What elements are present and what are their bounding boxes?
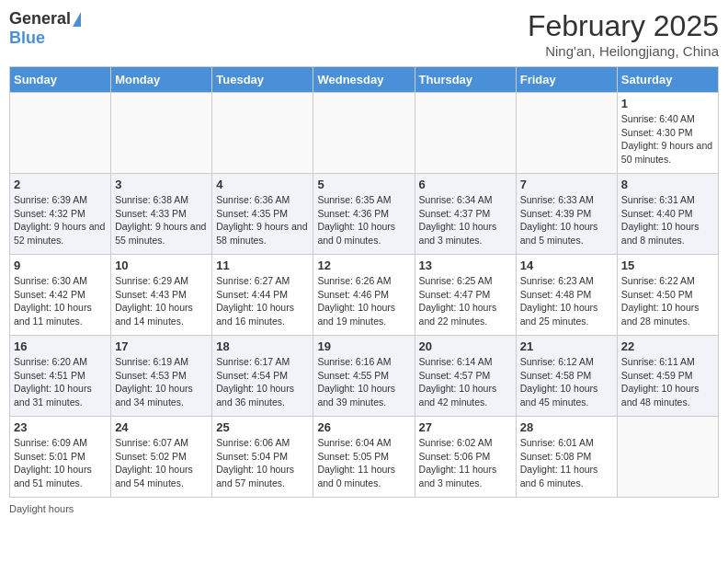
calendar-cell: 8Sunrise: 6:31 AM Sunset: 4:40 PM Daylig… [617, 174, 718, 255]
day-info: Sunrise: 6:20 AM Sunset: 4:51 PM Dayligh… [14, 355, 107, 409]
day-number: 26 [317, 420, 410, 434]
day-info: Sunrise: 6:31 AM Sunset: 4:40 PM Dayligh… [621, 193, 714, 247]
day-info: Sunrise: 6:36 AM Sunset: 4:35 PM Dayligh… [216, 193, 309, 247]
day-info: Sunrise: 6:22 AM Sunset: 4:50 PM Dayligh… [621, 274, 714, 328]
day-number: 9 [14, 259, 107, 272]
day-number: 3 [115, 178, 208, 191]
day-number: 27 [419, 420, 512, 434]
day-number: 18 [216, 339, 309, 353]
calendar-cell: 10Sunrise: 6:29 AM Sunset: 4:43 PM Dayli… [111, 255, 212, 336]
day-info: Sunrise: 6:23 AM Sunset: 4:48 PM Dayligh… [520, 274, 613, 328]
day-number: 8 [621, 178, 714, 191]
day-info: Sunrise: 6:27 AM Sunset: 4:44 PM Dayligh… [216, 274, 309, 328]
calendar-cell: 23Sunrise: 6:09 AM Sunset: 5:01 PM Dayli… [10, 417, 111, 498]
calendar-cell: 28Sunrise: 6:01 AM Sunset: 5:08 PM Dayli… [516, 417, 617, 498]
calendar-cell [212, 93, 313, 174]
day-info: Sunrise: 6:33 AM Sunset: 4:39 PM Dayligh… [520, 193, 613, 247]
day-info: Sunrise: 6:34 AM Sunset: 4:37 PM Dayligh… [419, 193, 512, 247]
day-info: Sunrise: 6:09 AM Sunset: 5:01 PM Dayligh… [14, 436, 107, 490]
calendar-cell: 16Sunrise: 6:20 AM Sunset: 4:51 PM Dayli… [10, 336, 111, 417]
calendar-cell: 24Sunrise: 6:07 AM Sunset: 5:02 PM Dayli… [111, 417, 212, 498]
calendar-cell: 4Sunrise: 6:36 AM Sunset: 4:35 PM Daylig… [212, 174, 313, 255]
day-number: 5 [317, 178, 410, 191]
day-number: 7 [520, 178, 613, 191]
day-info: Sunrise: 6:38 AM Sunset: 4:33 PM Dayligh… [115, 193, 208, 247]
day-info: Sunrise: 6:06 AM Sunset: 5:04 PM Dayligh… [216, 436, 309, 490]
day-number: 20 [419, 339, 512, 353]
day-info: Sunrise: 6:29 AM Sunset: 4:43 PM Dayligh… [115, 274, 208, 328]
calendar-cell: 7Sunrise: 6:33 AM Sunset: 4:39 PM Daylig… [516, 174, 617, 255]
calendar-cell: 15Sunrise: 6:22 AM Sunset: 4:50 PM Dayli… [617, 255, 718, 336]
day-info: Sunrise: 6:01 AM Sunset: 5:08 PM Dayligh… [520, 436, 613, 490]
calendar-cell: 5Sunrise: 6:35 AM Sunset: 4:36 PM Daylig… [313, 174, 415, 255]
day-info: Sunrise: 6:11 AM Sunset: 4:59 PM Dayligh… [621, 355, 714, 409]
top-section: General Blue February 2025 Ning'an, Heil… [9, 9, 719, 59]
weekday-header: Tuesday [212, 67, 313, 93]
month-year: February 2025 [528, 9, 719, 43]
day-number: 24 [115, 420, 208, 434]
day-number: 22 [621, 339, 714, 353]
day-number: 15 [621, 259, 714, 272]
calendar-cell: 22Sunrise: 6:11 AM Sunset: 4:59 PM Dayli… [617, 336, 718, 417]
day-info: Sunrise: 6:04 AM Sunset: 5:05 PM Dayligh… [317, 436, 410, 490]
day-info: Sunrise: 6:12 AM Sunset: 4:58 PM Dayligh… [520, 355, 613, 409]
logo-general: General [9, 9, 71, 29]
calendar-cell [111, 93, 212, 174]
calendar-cell [516, 93, 617, 174]
day-info: Sunrise: 6:19 AM Sunset: 4:53 PM Dayligh… [115, 355, 208, 409]
calendar-cell: 9Sunrise: 6:30 AM Sunset: 4:42 PM Daylig… [10, 255, 111, 336]
weekday-header: Friday [516, 67, 617, 93]
calendar: SundayMondayTuesdayWednesdayThursdayFrid… [9, 66, 719, 498]
weekday-header: Saturday [617, 67, 718, 93]
calendar-cell: 6Sunrise: 6:34 AM Sunset: 4:37 PM Daylig… [415, 174, 516, 255]
daylight-label: Daylight hours [9, 503, 74, 514]
day-info: Sunrise: 6:39 AM Sunset: 4:32 PM Dayligh… [14, 193, 107, 247]
location: Ning'an, Heilongjiang, China [528, 43, 719, 59]
title-section: February 2025 Ning'an, Heilongjiang, Chi… [528, 9, 719, 59]
day-number: 23 [14, 420, 107, 434]
calendar-cell: 13Sunrise: 6:25 AM Sunset: 4:47 PM Dayli… [415, 255, 516, 336]
logo: General Blue [9, 9, 81, 48]
day-number: 16 [14, 339, 107, 353]
calendar-cell [10, 93, 111, 174]
day-number: 17 [115, 339, 208, 353]
day-info: Sunrise: 6:26 AM Sunset: 4:46 PM Dayligh… [317, 274, 410, 328]
day-info: Sunrise: 6:40 AM Sunset: 4:30 PM Dayligh… [621, 112, 714, 167]
weekday-header: Thursday [415, 67, 516, 93]
calendar-cell: 2Sunrise: 6:39 AM Sunset: 4:32 PM Daylig… [10, 174, 111, 255]
calendar-cell: 26Sunrise: 6:04 AM Sunset: 5:05 PM Dayli… [313, 417, 415, 498]
day-number: 2 [14, 178, 107, 191]
day-number: 14 [520, 259, 613, 272]
calendar-cell [313, 93, 415, 174]
weekday-header: Sunday [10, 67, 111, 93]
logo-blue: Blue [9, 29, 45, 48]
calendar-cell: 21Sunrise: 6:12 AM Sunset: 4:58 PM Dayli… [516, 336, 617, 417]
calendar-cell: 17Sunrise: 6:19 AM Sunset: 4:53 PM Dayli… [111, 336, 212, 417]
day-info: Sunrise: 6:02 AM Sunset: 5:06 PM Dayligh… [419, 436, 512, 490]
day-number: 13 [419, 259, 512, 272]
day-number: 28 [520, 420, 613, 434]
day-number: 6 [419, 178, 512, 191]
day-number: 1 [621, 97, 714, 110]
calendar-cell: 11Sunrise: 6:27 AM Sunset: 4:44 PM Dayli… [212, 255, 313, 336]
day-info: Sunrise: 6:14 AM Sunset: 4:57 PM Dayligh… [419, 355, 512, 409]
weekday-header: Wednesday [313, 67, 415, 93]
day-info: Sunrise: 6:16 AM Sunset: 4:55 PM Dayligh… [317, 355, 410, 409]
footer-note: Daylight hours [9, 503, 719, 514]
day-number: 4 [216, 178, 309, 191]
day-number: 19 [317, 339, 410, 353]
calendar-cell: 1Sunrise: 6:40 AM Sunset: 4:30 PM Daylig… [617, 93, 718, 174]
calendar-cell: 14Sunrise: 6:23 AM Sunset: 4:48 PM Dayli… [516, 255, 617, 336]
day-info: Sunrise: 6:35 AM Sunset: 4:36 PM Dayligh… [317, 193, 410, 247]
calendar-cell: 25Sunrise: 6:06 AM Sunset: 5:04 PM Dayli… [212, 417, 313, 498]
calendar-cell: 3Sunrise: 6:38 AM Sunset: 4:33 PM Daylig… [111, 174, 212, 255]
calendar-cell: 20Sunrise: 6:14 AM Sunset: 4:57 PM Dayli… [415, 336, 516, 417]
day-number: 11 [216, 259, 309, 272]
day-info: Sunrise: 6:17 AM Sunset: 4:54 PM Dayligh… [216, 355, 309, 409]
day-info: Sunrise: 6:07 AM Sunset: 5:02 PM Dayligh… [115, 436, 208, 490]
calendar-cell [617, 417, 718, 498]
calendar-cell [415, 93, 516, 174]
calendar-cell: 18Sunrise: 6:17 AM Sunset: 4:54 PM Dayli… [212, 336, 313, 417]
calendar-cell: 27Sunrise: 6:02 AM Sunset: 5:06 PM Dayli… [415, 417, 516, 498]
calendar-cell: 12Sunrise: 6:26 AM Sunset: 4:46 PM Dayli… [313, 255, 415, 336]
